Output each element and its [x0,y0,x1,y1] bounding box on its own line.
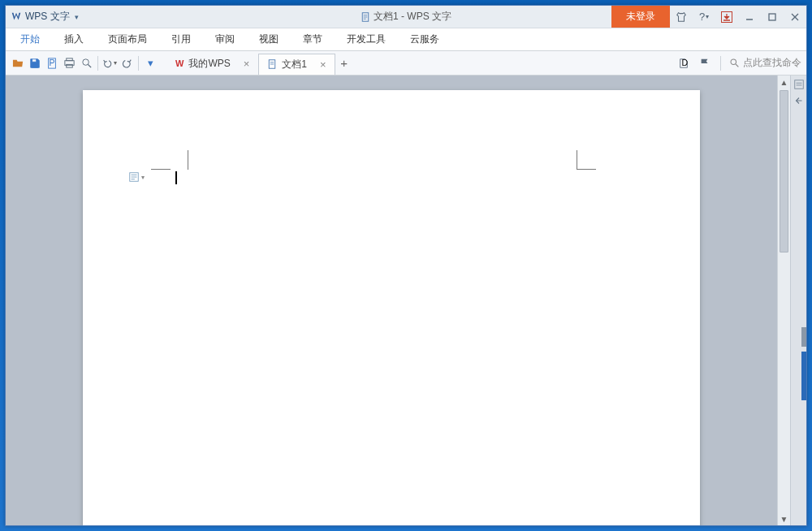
tab-document-1[interactable]: 文档1 × [258,54,335,75]
menu-cloud[interactable]: 云服务 [399,28,451,50]
document-title: 文档1 - WPS 文字 [361,10,451,24]
menubar: 开始 插入 页面布局 引用 审阅 视图 章节 开发工具 云服务 [6,28,806,51]
app-title[interactable]: WPS 文字 ▾ [11,10,79,24]
svg-rect-11 [66,58,72,61]
skin-icon[interactable] [670,6,693,28]
toolbar-right: D 点此查找命令 [676,56,801,71]
app-logo-icon [11,11,22,23]
toolbar-separator [97,56,98,71]
svg-point-19 [731,59,736,65]
tab-close-icon[interactable]: × [244,58,250,70]
tab-label: 文档1 [282,58,307,71]
print-icon[interactable] [62,56,76,71]
scroll-up-icon[interactable]: ▲ [778,76,790,88]
redo-icon[interactable] [119,56,134,71]
tab-close-icon[interactable]: × [320,58,326,71]
tab-label: 我的WPS [188,57,230,71]
app-dropdown-icon: ▾ [75,13,79,21]
login-button[interactable]: 未登录 [611,6,670,28]
search-icon [729,58,740,68]
margin-corner-tr [577,150,596,170]
maximize-button[interactable] [761,6,784,28]
titlebar: WPS 文字 ▾ 文档1 - WPS 文字 未登录 ?▾ [6,6,806,28]
search-placeholder: 点此查找命令 [743,56,801,70]
menu-review[interactable]: 审阅 [204,28,246,50]
document-icon [361,12,370,22]
scroll-thumb[interactable] [780,90,788,253]
document-icon [267,59,277,69]
side-panel-toggle[interactable] [801,352,806,400]
panel-collapse-icon[interactable] [793,95,805,106]
toolbar-separator-3 [720,56,721,71]
svg-line-20 [736,64,738,67]
close-button[interactable] [784,6,806,28]
side-panel [790,76,806,525]
save-icon[interactable] [28,56,42,71]
command-search[interactable]: 点此查找命令 [729,56,801,70]
print-preview-icon[interactable] [79,56,93,71]
margin-corner-tl [169,150,188,170]
menu-references[interactable]: 引用 [160,28,202,50]
margin-corner-tl-h [151,169,171,170]
svg-text:P: P [50,58,55,67]
page[interactable]: ▾ [83,90,700,525]
menu-developer[interactable]: 开发工具 [335,28,397,50]
paragraph-options-icon[interactable]: ▾ [128,171,145,183]
menu-start[interactable]: 开始 [9,28,51,50]
scroll-down-icon[interactable]: ▼ [778,512,790,525]
workspace: ▾ ▲ ▼ [6,76,806,525]
menu-view[interactable]: 视图 [248,28,290,50]
minimize-button[interactable] [738,6,761,28]
app-name-label: WPS 文字 [25,10,70,24]
vertical-scrollbar[interactable]: ▲ ▼ [777,76,790,525]
open-icon[interactable] [11,56,25,71]
undo-icon[interactable]: ▾ [102,56,117,71]
new-tab-button[interactable]: + [335,56,353,70]
svg-rect-5 [769,14,775,20]
app-window: WPS 文字 ▾ 文档1 - WPS 文字 未登录 ?▾ 开始 插入 页面布局 … [5,5,807,526]
side-indicator [801,327,806,347]
svg-point-13 [82,59,89,66]
help-icon[interactable]: ?▾ [693,6,715,28]
menu-chapter[interactable]: 章节 [292,28,334,50]
format-painter-icon[interactable]: ▾ [143,56,158,71]
doc-title-text: 文档1 - WPS 文字 [374,10,451,24]
document-tabs: W 我的WPS × 文档1 × + [166,51,353,75]
tab-my-wps[interactable]: W 我的WPS × [166,53,258,74]
svg-line-14 [88,64,91,67]
download-icon[interactable] [715,6,738,28]
title-right: 未登录 ?▾ [611,6,806,28]
svg-text:D: D [681,58,688,67]
flag-icon[interactable] [698,56,712,71]
toolbar-separator-2 [138,56,139,71]
document-area[interactable]: ▾ [6,76,777,525]
chevron-down-icon: ▾ [141,174,145,181]
panel-options-icon[interactable] [793,79,805,90]
menu-page-layout[interactable]: 页面布局 [97,28,158,50]
pdf-icon[interactable]: P [45,56,59,71]
wps-logo-icon: W [175,58,184,68]
toolbar: P ▾ ▾ W 我的WPS × 文档1 × + D [6,51,806,76]
page-icon[interactable]: D [676,56,691,71]
text-cursor [175,171,177,184]
svg-rect-25 [794,80,803,89]
menu-insert[interactable]: 插入 [53,28,95,50]
